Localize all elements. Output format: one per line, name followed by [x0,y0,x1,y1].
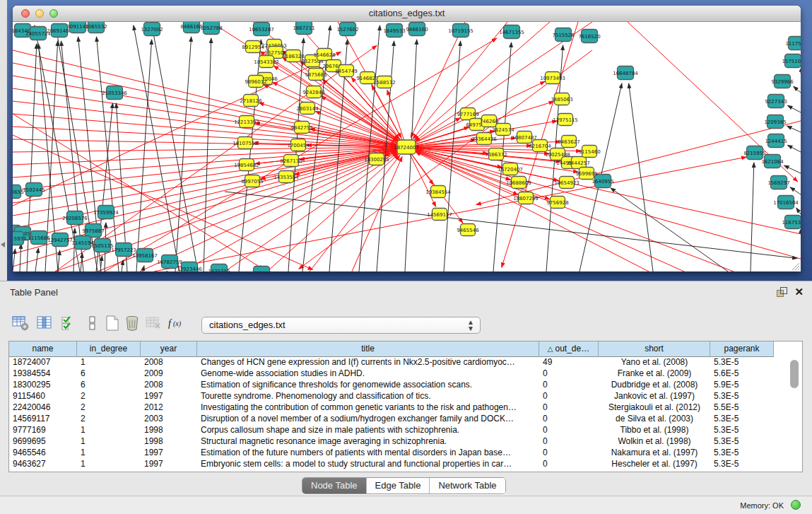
network-table-select[interactable]: citations_edges.txt ▲▼ [201,317,481,334]
network-node[interactable]: 12975115 [553,114,578,126]
table-row[interactable]: 911546021997Tourette syndrome. Phenomeno… [9,391,774,402]
network-node[interactable]: 1327002 [141,23,163,36]
toggle-rows-icon[interactable] [83,314,102,332]
network-node[interactable]: 9465546 [457,224,479,236]
network-node[interactable]: 12213393 [234,116,259,128]
tab-edge-table[interactable]: Edge Table [367,478,430,493]
network-edge[interactable] [751,163,754,271]
network-node[interactable]: 9699695 [575,168,597,180]
network-node[interactable]: 1209385 [764,115,786,129]
table-row[interactable]: 946362711997Embryonic stem cells: a mode… [9,459,774,470]
network-node[interactable]: 12942757 [47,233,73,247]
network-node[interactable]: 7485063 [551,93,572,105]
network-edge[interactable] [352,157,402,271]
column-header-name[interactable]: name [9,341,77,357]
tab-network-table[interactable]: Network Table [430,478,505,493]
table-vertical-scrollbar[interactable] [789,358,800,470]
network-edge[interactable] [13,135,313,270]
network-edge[interactable] [784,165,801,173]
column-select-icon[interactable] [35,314,54,332]
new-column-icon[interactable] [103,314,122,332]
network-node[interactable]: 1527602 [336,23,358,36]
network-edge[interactable] [105,38,497,271]
network-node[interactable]: 1592445 [23,183,45,197]
network-node[interactable]: 7386372 [485,148,507,160]
network-node[interactable]: 9896012 [245,76,266,88]
network-node[interactable]: 16648784 [613,66,638,80]
network-node[interactable]: 1867211 [293,22,314,35]
network-node[interactable]: 8267130 [280,155,302,167]
network-node[interactable]: 8466160 [180,22,202,33]
network-edge[interactable] [787,145,801,152]
network-node[interactable]: 1588532 [373,76,395,88]
network-node[interactable]: 1963258 [250,267,272,272]
column-header-in_degree[interactable]: in_degree [77,341,141,357]
network-edge[interactable] [444,41,461,271]
table-row[interactable]: 1938455462009Genome-wide association stu… [9,368,774,380]
table-row[interactable]: 1872400712008Changes of HCN gene express… [9,357,774,368]
network-edge[interactable] [140,151,396,271]
network-node[interactable]: 1117533 [785,37,801,50]
network-node[interactable]: 1065532 [85,22,107,33]
network-node[interactable]: 9115460 [578,146,600,158]
memory-status-indicator[interactable] [791,500,801,510]
network-edge[interactable] [264,85,406,147]
table-row[interactable]: 977716911998Corpus callosum shape and si… [9,425,774,436]
resize-grip[interactable] [791,262,800,271]
column-header-title[interactable]: title [197,341,539,357]
network-node[interactable]: 7616520 [578,30,600,43]
scrollbar-thumb[interactable] [790,360,799,388]
network-canvas[interactable]: 1843404240557242069140630911411065532132… [13,22,801,271]
network-edge[interactable] [787,105,801,112]
network-edge[interactable] [143,266,144,271]
network-node[interactable]: 19854682 [234,159,259,171]
network-node[interactable]: 9975887 [82,224,104,238]
network-node[interactable]: 10719155 [448,24,473,37]
network-node[interactable]: 2520655 [13,185,24,199]
network-node[interactable]: 2718126 [240,95,262,107]
window-titlebar[interactable]: citations_edges.txt [13,6,801,22]
network-node[interactable]: 1145194 [71,236,94,250]
function-builder-icon[interactable]: f(x) [167,314,185,332]
network-node[interactable]: 8454749 [335,65,357,77]
network-edge[interactable] [225,192,797,258]
network-node[interactable]: 18724007 [394,140,419,154]
column-header-out_de[interactable]: △out_de… [539,341,599,357]
network-node[interactable]: 7515526 [552,28,575,42]
network-edge[interactable] [794,86,801,93]
network-node[interactable]: 6216704 [529,140,551,152]
splitter-collapse-icon[interactable] [1,242,5,247]
column-header-short[interactable]: short [599,341,710,357]
close-panel-icon[interactable]: ✕ [794,287,804,297]
network-node[interactable]: 9227343 [765,95,787,108]
network-node[interactable]: 1849533 [383,24,405,37]
network-node[interactable]: 9463627 [558,136,579,148]
network-node[interactable]: 1052788 [200,22,222,35]
network-node[interactable]: 1546628 [313,49,335,61]
table-row[interactable]: 2242004622012Investigating the contribut… [9,402,774,414]
network-node[interactable]: 20206576 [62,211,88,225]
network-edge[interactable] [405,40,417,271]
network-edge[interactable] [13,149,396,241]
network-node[interactable]: 10653287 [249,23,274,36]
network-node[interactable]: 19654923 [554,177,579,189]
network-edge[interactable] [790,187,801,194]
network-node[interactable]: 1505135 [91,239,113,252]
network-node[interactable]: 17016504 [773,196,799,209]
network-node[interactable]: 19384554 [425,186,451,198]
network-node[interactable]: 9329966 [771,75,794,88]
network-node[interactable]: 21053346 [102,86,127,100]
network-node[interactable]: 2803144 [296,103,319,115]
network-edge[interactable] [787,126,801,132]
network-edge[interactable] [13,101,396,146]
network-edge[interactable] [629,83,653,271]
column-header-year[interactable]: year [141,341,197,357]
float-panel-icon[interactable] [777,287,787,297]
network-edge[interactable] [310,156,400,271]
network-node[interactable]: 1244415 [765,134,787,148]
network-edge[interactable] [136,40,152,271]
network-edge[interactable] [611,188,728,271]
network-node[interactable]: 5875685 [305,69,326,81]
table-row[interactable]: 1830029562008Estimation of significance … [9,380,774,391]
network-edge[interactable] [20,244,21,271]
